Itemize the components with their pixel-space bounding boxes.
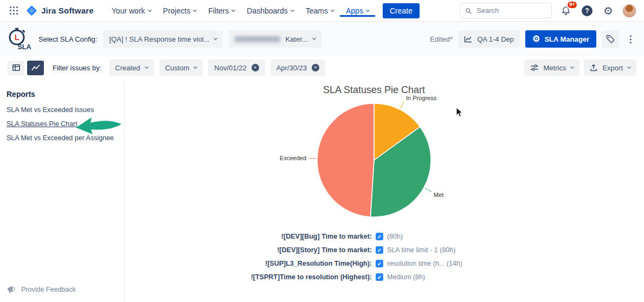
nav-item-filters[interactable]: Filters — [202, 5, 241, 17]
table-grid-icon — [12, 64, 20, 71]
content-area: Reports SLA Met vs Exceeded issuesSLA St… — [0, 79, 644, 302]
sla-limit-value: (80h) — [387, 233, 512, 240]
topnav-right: 9+ — [460, 0, 636, 21]
metrics-button[interactable]: Metrics — [524, 60, 580, 76]
sla-checkbox-checked[interactable] — [376, 233, 383, 240]
sliders-icon — [530, 64, 539, 71]
provide-feedback-link[interactable]: Provide Feedback — [7, 285, 76, 293]
sla-limit-value: Medium (8h) — [387, 273, 512, 281]
search-box[interactable] — [460, 3, 552, 18]
sla-metric-label: ![DEV][Story] Time to market: — [204, 246, 372, 254]
chevron-down-icon — [312, 36, 316, 40]
chevron-down-icon — [570, 65, 574, 69]
sla-app-logo: L SLA — [8, 28, 33, 50]
pie-label-leader-line — [425, 188, 432, 192]
nav-item-label: Filters — [208, 6, 229, 15]
pie-chart: In ProgressMetExceeded — [233, 88, 515, 235]
export-label: Export — [602, 64, 623, 72]
chevron-down-icon — [366, 8, 370, 11]
chevron-down-icon — [627, 65, 631, 69]
date-from-value: Nov/01/22 — [214, 64, 246, 72]
nav-item-projects[interactable]: Projects — [157, 5, 203, 17]
chevron-down-icon — [331, 8, 334, 11]
sla-metric-label: ![SUP]L3_Resolution Time(High): — [204, 260, 372, 267]
clear-date-icon[interactable] — [312, 64, 319, 71]
nav-item-dashboards[interactable]: Dashboards — [241, 5, 300, 17]
feedback-label: Provide Feedback — [21, 286, 76, 293]
nav-item-your-work[interactable]: Your work — [106, 5, 157, 17]
settings-button[interactable] — [601, 4, 615, 18]
config-bar-right: Edited* QA 1-4 Dep SLA Manager — [430, 30, 636, 48]
sla-manager-button[interactable]: SLA Manager — [525, 30, 596, 48]
nav-item-apps[interactable]: Apps — [340, 5, 375, 17]
sla-setting-row: ![TSPRT]Time to resolution (Highest):Med… — [108, 273, 607, 281]
select-config-label: Select SLA Config: — [38, 35, 97, 43]
notifications-button[interactable]: 9+ — [559, 4, 573, 18]
date-from-chip[interactable]: Nov/01/22 — [208, 60, 265, 76]
edited-indicator: Edited* — [430, 35, 453, 43]
chart-view-button[interactable] — [27, 61, 44, 75]
question-mark-icon — [582, 5, 593, 16]
qa-dashboard-button[interactable]: QA 1-4 Dep — [458, 30, 520, 48]
reports-sidebar: Reports SLA Met vs Exceeded issuesSLA St… — [0, 79, 125, 302]
clear-date-icon[interactable] — [252, 64, 259, 71]
chevron-down-icon — [291, 8, 294, 11]
megaphone-icon — [7, 285, 16, 293]
filter-issues-label: Filter issues by: — [53, 64, 101, 72]
more-menu-button[interactable] — [624, 30, 636, 48]
labels-button[interactable] — [602, 30, 619, 48]
sla-metric-label: ![TSPRT]Time to resolution (Highest): — [204, 273, 372, 281]
chevron-down-icon — [145, 65, 149, 69]
brand-title: Jira Software — [41, 6, 94, 15]
table-view-button[interactable] — [8, 61, 24, 75]
project-dropdown[interactable]: Kater... — [229, 30, 321, 48]
nav-item-label: Projects — [163, 6, 191, 15]
sla-checkbox-checked[interactable] — [376, 260, 383, 267]
sla-checkbox-checked[interactable] — [376, 246, 383, 254]
primary-nav: Your workProjectsFiltersDashboardsTeamsA… — [106, 5, 375, 17]
sla-config-dropdown-value: [QA] ! SLA Response time viol... — [109, 35, 209, 43]
pie-slice-label-in-progress: In Progress — [406, 95, 437, 101]
sla-setting-row: ![SUP]L3_Resolution Time(High):resolutio… — [108, 260, 607, 267]
range-dropdown-value: Custom — [165, 64, 190, 72]
project-dropdown-value: Kater... — [285, 35, 307, 43]
created-dropdown[interactable]: Created — [109, 60, 153, 76]
nav-item-teams[interactable]: Teams — [300, 5, 340, 17]
pie-slice-exceeded[interactable] — [317, 103, 374, 217]
sla-limit-value: SLA time limit - 1 (80h) — [387, 246, 512, 254]
jira-diamond-icon — [26, 5, 37, 16]
qa-dashboard-label: QA 1-4 Dep — [477, 35, 514, 43]
metrics-label: Metrics — [544, 64, 566, 72]
help-button[interactable] — [580, 4, 594, 18]
notification-badge: 9+ — [566, 1, 578, 9]
sla-checkbox-checked[interactable] — [376, 273, 383, 281]
chevron-down-icon — [148, 8, 152, 11]
report-main: SLA Statuses Pie Chart In ProgressMetExc… — [125, 79, 644, 302]
top-navigation-bar: Jira Software Your workProjectsFiltersDa… — [0, 0, 644, 22]
date-to-chip[interactable]: Apr/30/23 — [271, 60, 325, 76]
chevron-down-icon — [214, 36, 217, 40]
sidebar-item-sla-met-vs-exceeded-per-assignee[interactable]: SLA Met vs Exceeded per Assignee — [7, 134, 118, 142]
grid-dots-icon — [10, 6, 11, 8]
sla-config-bar: L SLA Select SLA Config: [QA] ! SLA Resp… — [0, 22, 644, 56]
app-switcher-icon[interactable] — [5, 3, 22, 19]
pie-slice-label-met: Met — [434, 192, 443, 198]
jira-brand[interactable]: Jira Software — [26, 5, 94, 16]
profile-avatar[interactable] — [622, 4, 636, 18]
export-button[interactable]: Export — [584, 60, 636, 76]
sla-logo-text: SLA — [18, 43, 31, 50]
sidebar-item-sla-met-vs-exceeded-issues[interactable]: SLA Met vs Exceeded issues — [7, 106, 118, 114]
sidebar-title: Reports — [7, 90, 118, 99]
line-chart-icon — [464, 36, 472, 43]
tag-icon — [606, 35, 615, 43]
range-dropdown[interactable]: Custom — [159, 60, 203, 76]
sla-config-dropdown[interactable]: [QA] ! SLA Response time viol... — [103, 30, 223, 48]
date-to-value: Apr/30/23 — [276, 64, 307, 72]
create-button[interactable]: Create — [383, 3, 420, 18]
filter-bar: Filter issues by: Created Custom Nov/01/… — [0, 56, 644, 79]
sidebar-item-sla-statuses-pie-chart[interactable]: SLA Statuses Pie Chart — [7, 120, 118, 128]
sla-settings-list: ![DEV][Bug] Time to market:(80h)![DEV][S… — [125, 233, 623, 281]
created-dropdown-value: Created — [115, 64, 140, 72]
report-list: SLA Met vs Exceeded issuesSLA Statuses P… — [7, 106, 118, 142]
search-input[interactable] — [475, 6, 546, 15]
